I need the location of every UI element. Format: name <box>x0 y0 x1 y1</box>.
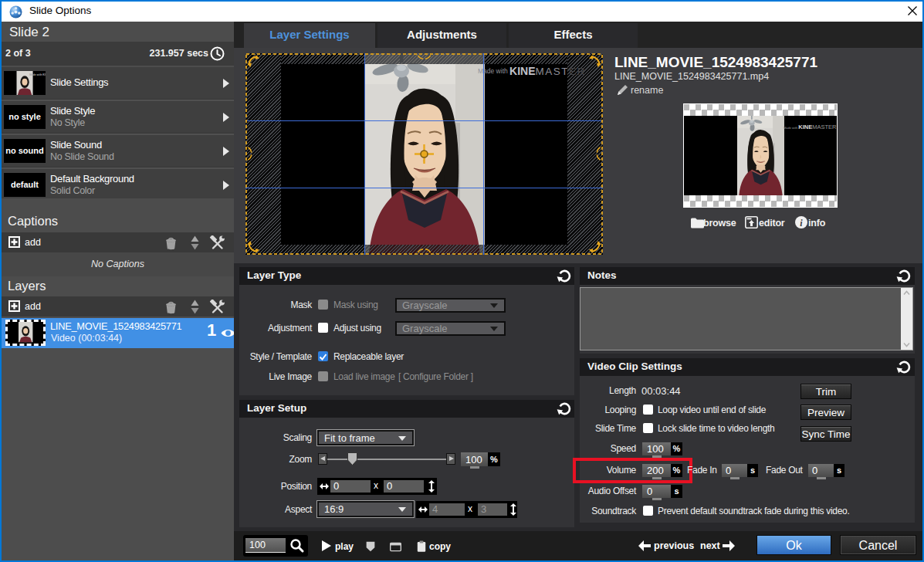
svg-text:Made with KINEM: Made with KINEM <box>29 73 46 76</box>
